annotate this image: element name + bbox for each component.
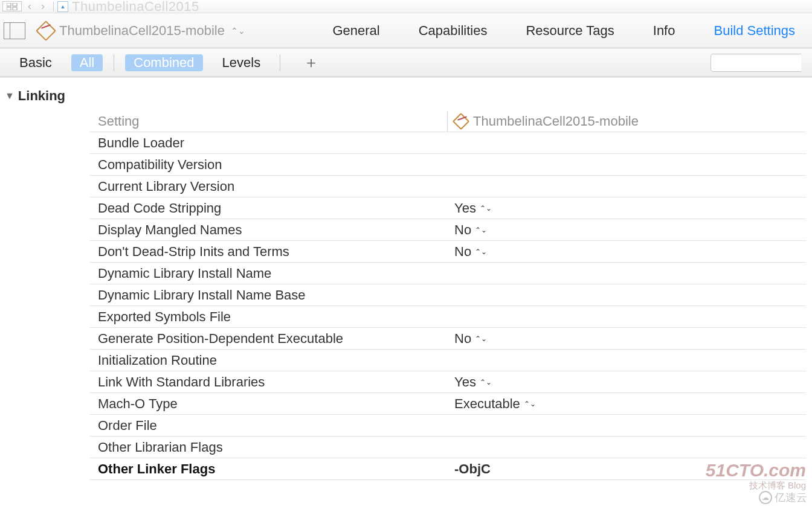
- setting-row[interactable]: Generate Position-Dependent ExecutableNo…: [89, 328, 806, 350]
- settings-content: ▼ Linking Setting ThumbelinaCell2015-mob…: [0, 77, 812, 480]
- setting-value-text: No: [454, 222, 471, 238]
- search-input[interactable]: [710, 54, 801, 72]
- separator: [114, 54, 114, 71]
- setting-value[interactable]: No⌃⌄: [447, 222, 487, 238]
- chevron-updown-icon: ⌃⌄: [475, 226, 487, 234]
- watermark-text: 亿速云: [775, 490, 807, 505]
- setting-value-text: Yes: [454, 200, 476, 216]
- nav-back-button[interactable]: ‹: [28, 0, 31, 13]
- watermark: ☁亿速云: [759, 490, 807, 505]
- svg-rect-1: [13, 3, 17, 6]
- setting-name: Current Library Version: [98, 179, 447, 194]
- setting-row[interactable]: Bundle Loader: [89, 132, 806, 154]
- setting-value-text: Executable: [454, 396, 520, 412]
- separator: [53, 2, 54, 11]
- app-icon: [37, 22, 54, 39]
- project-icon: [57, 1, 68, 12]
- setting-name: Order File: [98, 418, 447, 434]
- setting-name: Dynamic Library Install Name: [98, 266, 447, 281]
- setting-row[interactable]: Current Library Version: [89, 176, 806, 197]
- filter-combined[interactable]: Combined: [125, 54, 202, 71]
- related-items-button[interactable]: [2, 1, 22, 11]
- setting-name: Don't Dead-Strip Inits and Terms: [98, 244, 447, 260]
- tab-resource-tags[interactable]: Resource Tags: [526, 23, 614, 39]
- settings-rows: Bundle LoaderCompatibility VersionCurren…: [89, 132, 806, 480]
- column-setting[interactable]: Setting: [98, 114, 447, 129]
- nav-forward-button[interactable]: ›: [41, 0, 45, 13]
- search-wrap: 🔍 ▾: [710, 54, 801, 72]
- setting-row[interactable]: Other Linker Flags-ObjC: [89, 458, 806, 480]
- setting-row[interactable]: Compatibility Version: [89, 154, 806, 176]
- tab-capabilities[interactable]: Capabilities: [419, 23, 488, 39]
- panel-toggle-button[interactable]: [4, 22, 25, 39]
- setting-value-text: -ObjC: [454, 461, 491, 477]
- setting-value-text: No: [454, 244, 471, 260]
- filter-bar: Basic All Combined Levels ＋ 🔍 ▾: [0, 48, 812, 77]
- setting-row[interactable]: Mach-O TypeExecutable⌃⌄: [89, 393, 806, 415]
- column-target-label: ThumbelinaCell2015-mobile: [473, 114, 639, 129]
- setting-name: Dynamic Library Install Name Base: [98, 287, 447, 303]
- disclosure-triangle-icon[interactable]: ▼: [5, 91, 14, 101]
- setting-name: Exported Symbols File: [98, 309, 447, 325]
- setting-row[interactable]: Exported Symbols File: [89, 306, 806, 328]
- setting-row[interactable]: Dead Code StrippingYes⌃⌄: [89, 197, 806, 219]
- chevron-updown-icon: ⌃⌄: [480, 378, 492, 386]
- columns-header: Setting ThumbelinaCell2015-mobile: [5, 111, 806, 132]
- chevron-updown-icon: ⌃⌄: [475, 248, 487, 256]
- section-header-linking[interactable]: ▼ Linking: [5, 88, 806, 104]
- setting-name: Other Librarian Flags: [98, 440, 447, 455]
- tab-build-settings[interactable]: Build Settings: [714, 23, 795, 39]
- setting-name: Bundle Loader: [98, 135, 447, 151]
- setting-value[interactable]: -ObjC: [447, 461, 491, 477]
- setting-row[interactable]: Dynamic Library Install Name Base: [89, 284, 806, 306]
- column-target[interactable]: ThumbelinaCell2015-mobile: [447, 111, 639, 132]
- setting-row[interactable]: Link With Standard LibrariesYes⌃⌄: [89, 371, 806, 393]
- watermark: 51CTO.com: [706, 460, 806, 481]
- setting-name: Other Linker Flags: [98, 461, 447, 477]
- add-build-setting-button[interactable]: ＋: [303, 52, 319, 73]
- editor-tabs-row: ThumbelinaCell2015-mobile ⌃⌄ General Cap…: [0, 13, 812, 48]
- breadcrumb-bar: ‹ › ThumbelinaCell2015: [0, 0, 812, 13]
- setting-row[interactable]: Dynamic Library Install Name: [89, 263, 806, 284]
- editor-tabs: General Capabilities Resource Tags Info …: [332, 23, 812, 39]
- tab-general[interactable]: General: [332, 23, 379, 39]
- setting-row[interactable]: Other Librarian Flags: [89, 437, 806, 458]
- setting-value[interactable]: Yes⌃⌄: [447, 374, 492, 390]
- filter-basic[interactable]: Basic: [11, 54, 60, 71]
- setting-name: Generate Position-Dependent Executable: [98, 331, 447, 347]
- setting-name: Link With Standard Libraries: [98, 374, 447, 390]
- setting-name: Initialization Routine: [98, 353, 447, 368]
- tab-info[interactable]: Info: [653, 23, 675, 39]
- separator: [280, 54, 280, 71]
- setting-row[interactable]: Initialization Routine: [89, 350, 806, 371]
- chevron-updown-icon: ⌃⌄: [475, 335, 487, 343]
- setting-value-text: Yes: [454, 374, 476, 390]
- app-icon: [454, 114, 468, 129]
- chevron-updown-icon: ⌃⌄: [480, 204, 492, 213]
- setting-row[interactable]: Don't Dead-Strip Inits and TermsNo⌃⌄: [89, 241, 806, 263]
- target-name: ThumbelinaCell2015-mobile: [59, 23, 225, 39]
- setting-name: Dead Code Stripping: [98, 200, 447, 216]
- target-selector[interactable]: ThumbelinaCell2015-mobile ⌃⌄: [37, 22, 245, 39]
- setting-name: Compatibility Version: [98, 157, 447, 173]
- setting-value-text: No: [454, 331, 471, 347]
- breadcrumb-title[interactable]: ThumbelinaCell2015: [72, 0, 199, 14]
- setting-value[interactable]: Executable⌃⌄: [447, 396, 536, 412]
- chevron-updown-icon: ⌃⌄: [524, 400, 536, 408]
- filter-all[interactable]: All: [71, 54, 103, 71]
- filter-levels[interactable]: Levels: [214, 54, 269, 71]
- setting-value[interactable]: No⌃⌄: [447, 331, 487, 347]
- setting-name: Display Mangled Names: [98, 222, 447, 238]
- setting-value[interactable]: Yes⌃⌄: [447, 200, 492, 216]
- section-title: Linking: [18, 88, 65, 104]
- setting-value[interactable]: No⌃⌄: [447, 244, 487, 260]
- svg-rect-0: [7, 3, 11, 6]
- chevron-updown-icon: ⌃⌄: [231, 26, 245, 36]
- svg-rect-3: [13, 7, 17, 10]
- setting-row[interactable]: Display Mangled NamesNo⌃⌄: [89, 219, 806, 241]
- setting-row[interactable]: Order File: [89, 415, 806, 437]
- setting-name: Mach-O Type: [98, 396, 447, 412]
- svg-rect-2: [7, 7, 11, 10]
